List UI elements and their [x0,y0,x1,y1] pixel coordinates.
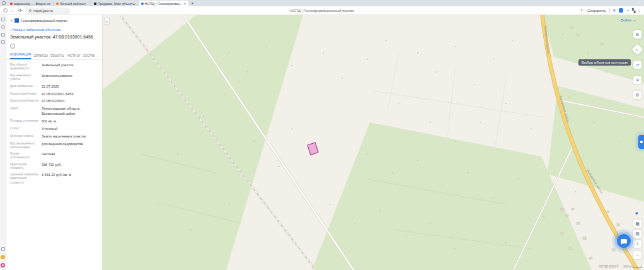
field-row: Категория земель Земли населенных пункто… [10,134,98,139]
map-settings-button[interactable]: ⚙ [633,30,641,38]
field-row: Кадастровая стоимость 936 732 руб. [10,163,98,170]
browser-tab-3[interactable]: Продажа, Мои объекты [91,1,139,6]
feedback-fab-button[interactable] [617,234,631,248]
tab3-title: Продажа, Мои объекты [98,2,135,6]
map-scale: 100 м [623,264,641,268]
chat-dock-button[interactable] [638,135,644,149]
share-icon: ⊲ [636,78,640,83]
menu-burger-icon[interactable]: ≡ [10,18,13,23]
select-contour-icon: ▱ [636,62,639,68]
map-canvas[interactable]: Выборгское шоссе Выборгское шоссе Выборг… [103,15,644,270]
scale-bar [633,266,641,268]
layers-icon: ▤ [635,232,640,237]
tab2-title: Личный кабинет [60,2,86,6]
address-bar[interactable]: nspd.gov.ru [25,8,71,14]
field-row: Вид земельного участка Землепользование [10,74,98,81]
sidebar-services-icon[interactable] [1,247,5,251]
basemap-button[interactable]: ▦ [633,220,641,228]
zoom-out-button[interactable]: − [633,251,641,259]
measure-icon: ↔ [635,47,641,53]
back-chevron-icon: ‹ [10,28,11,32]
tab3-favicon [94,3,96,5]
panel-header: ≡ Геоинформационный портал [6,15,102,25]
attribute-list: Вид объекта недвижимости Земельный участ… [6,60,102,191]
panel-tabs: Информация Сервисы Объекты Части ЗУ Сост… [6,50,102,60]
chat-bubble-icon [621,239,627,244]
nspd-logo [14,18,19,23]
refresh-button[interactable]: ⟳ [18,8,22,13]
field-row: Вид разрешенного использования для веден… [10,142,98,150]
incognito-mask-icon[interactable]: ◔ [626,8,629,13]
login-arrow-icon: → [633,18,636,22]
field-row: Площадь уточненная 600 кв. м [10,119,98,124]
field-row: Форма собственности Частная [10,152,98,160]
url-text: nspd.gov.ru [33,9,53,13]
back-link-label: Назад к найденным объектам [13,28,60,32]
sidebar-collections-icon[interactable] [1,33,5,37]
object-title: Земельный участок: 47:08:0103001:6456 [6,33,102,41]
field-row: Кадастровый номер 47:08:0103001:6456 [10,92,98,97]
app-title: Геоинформационный портал [21,19,67,23]
browser-tab-1[interactable]: маркшейд — Видео из [8,1,54,6]
share-button[interactable]: ⊲ [633,76,641,84]
field-row: Дата присвоения 22.07.2020 [10,85,98,89]
login-link[interactable]: Войти → [621,18,636,22]
tab-panels-icon[interactable] [2,1,6,5]
select-by-contour-button[interactable]: ▱ [633,61,641,69]
new-tab-button[interactable]: + [191,1,193,6]
toolbar-right-cluster: ⚐ Сохранить × ◔ ▚ ↓ [580,8,641,13]
tab1-favicon [10,3,13,5]
music-service-icon[interactable] [1,263,5,267]
field-row: Адрес Ленинградская область, Всеволожски… [10,107,98,116]
panel-collapse-button[interactable]: « [104,18,110,25]
gear-icon: ⚙ [635,93,639,98]
tab1-title: маркшейд — Видео из [14,2,50,6]
site-info-icon[interactable] [29,9,32,12]
profile-avatar[interactable] [3,8,8,13]
tab-services[interactable]: Сервисы [33,54,48,59]
basemap-icon: ▦ [635,221,640,226]
field-row: Удельный показатель кадастровой стоимост… [10,173,98,184]
tools-button[interactable]: ⚙ [633,91,641,99]
tab-composition[interactable]: Состав [83,54,95,59]
zoom-in-button[interactable]: + [633,240,641,248]
tab-parcel-parts[interactable]: Части ЗУ [67,54,81,59]
extension-x-icon[interactable]: × [613,8,616,13]
browser-side-strip [0,15,6,270]
gear-icon: ⚙ [635,32,639,37]
browser-tab-active[interactable]: НСПД | Геоинформац... × [139,1,189,6]
tab-objects[interactable]: Объекты [50,54,64,59]
sidebar-messenger-icon[interactable] [1,40,5,44]
tabs-overflow-icon[interactable]: › [97,54,98,59]
back-to-results-link[interactable]: ‹ Назад к найденным объектам [6,25,102,33]
bookmark-flag-icon[interactable]: ⚐ [580,8,584,13]
chat-dock-icon [640,141,643,143]
map-svg: Выборгское шоссе Выборгское шоссе Выборг… [103,15,644,270]
field-row: Статус Учтенный [10,127,98,131]
close-tab-icon[interactable]: × [184,2,187,6]
extension-blue-icon[interactable] [619,8,623,13]
browser-toolbar: ← ⟳ nspd.gov.ru НСПД | Геоинформационный… [0,6,644,15]
alice-assistant-icon[interactable] [1,255,5,259]
scale-label: 100 м [623,264,631,268]
sidebar-history-icon[interactable] [1,25,5,29]
tab4-title: НСПД | Геоинформац... [145,2,183,6]
browser-tab-2[interactable]: Личный кабинет [54,1,91,6]
sidebar-bookmarks-icon[interactable] [1,18,5,21]
map-copyright: НСПД 2020 © [599,264,619,268]
downloads-icon[interactable]: ↓ [639,8,641,13]
window-page-title: НСПД | Геоинформационный портал [189,6,455,15]
tab-information[interactable]: Информация [10,53,31,59]
extensions-puzzle-icon[interactable]: ▚ [632,8,635,13]
save-button[interactable]: Сохранить [587,9,606,13]
tab2-favicon [56,3,59,5]
browser-tab-strip: маркшейд — Видео из Личный кабинет Прода… [0,0,644,6]
tab4-favicon [141,3,144,5]
toolbar-divider [609,8,610,13]
layers-button[interactable]: ▤ [633,230,641,238]
tool-tooltip: Выбор объектов контуром [578,59,631,66]
back-button[interactable]: ← [11,8,15,13]
field-row: Вид объекта недвижимости Земельный участ… [10,63,98,71]
object-actions-icon[interactable] [10,44,15,49]
object-info-panel: ≡ Геоинформационный портал ‹ Назад к най… [6,15,103,270]
